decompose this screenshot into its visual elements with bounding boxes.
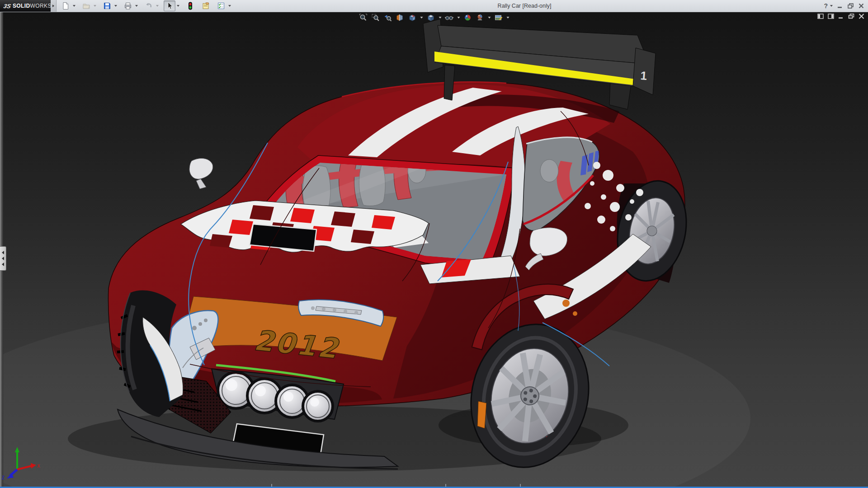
- standard-toolbar: [60, 0, 235, 12]
- file-properties-icon: [202, 2, 210, 10]
- print-button[interactable]: [122, 0, 134, 11]
- brand-mark: 3S: [3, 3, 11, 9]
- feature-panel-expand-tab[interactable]: [0, 246, 6, 271]
- hide-show-items-dropdown[interactable]: [457, 13, 461, 22]
- rebuild-button[interactable]: [184, 0, 196, 11]
- edit-appearance-icon: [464, 14, 472, 22]
- new-document-icon: [61, 2, 70, 10]
- window-title: Rally Car [Read-only]: [498, 0, 552, 12]
- model-canvas[interactable]: 2012: [0, 12, 868, 487]
- undo-icon: [145, 2, 153, 10]
- select-dropdown[interactable]: [175, 1, 181, 11]
- menu-expand-tab[interactable]: [51, 0, 57, 12]
- split-pane-left-button[interactable]: [817, 14, 824, 19]
- document-window-controls: [817, 14, 864, 19]
- save-dropdown[interactable]: [113, 1, 118, 11]
- hide-show-items-button[interactable]: [444, 13, 454, 22]
- minimize-button[interactable]: [837, 3, 843, 9]
- status-bar-grip: [271, 484, 272, 487]
- title-bar: 3S SOLIDWORKS: [0, 0, 868, 12]
- display-style-button[interactable]: [426, 13, 436, 22]
- brand-light: WORKS: [30, 3, 52, 9]
- restore-button[interactable]: [847, 3, 854, 9]
- document-minimize-button[interactable]: [838, 14, 844, 19]
- window-controls: ?: [824, 0, 864, 12]
- section-view-icon: [396, 14, 404, 22]
- brand-bold: SOLID: [13, 3, 30, 9]
- help-button[interactable]: ?: [824, 2, 828, 9]
- view-settings-button[interactable]: [494, 13, 504, 22]
- previous-view-icon: [384, 14, 392, 22]
- apply-scene-button[interactable]: [475, 13, 485, 22]
- open-dropdown[interactable]: [92, 1, 98, 11]
- z-axis-label: Z: [2, 475, 5, 480]
- zoom-to-area-button[interactable]: [371, 13, 381, 22]
- status-bar-grip: [445, 484, 446, 487]
- coordinate-triad[interactable]: X Z: [1, 444, 46, 480]
- view-orientation-icon: [408, 14, 416, 22]
- apply-scene-dropdown[interactable]: [487, 13, 491, 22]
- collapse-arrow-icon: [2, 251, 4, 254]
- open-button[interactable]: [80, 0, 92, 11]
- print-dropdown[interactable]: [134, 1, 139, 11]
- driving-light-4: [303, 391, 333, 421]
- view-settings-icon: [494, 14, 503, 22]
- headsup-view-toolbar: [359, 13, 510, 22]
- apply-scene-icon: [476, 14, 484, 22]
- document-close-button[interactable]: [859, 14, 864, 19]
- view-orientation-button[interactable]: [407, 13, 417, 22]
- help-dropdown[interactable]: [830, 5, 833, 7]
- x-axis-label: X: [37, 464, 40, 469]
- view-settings-dropdown[interactable]: [506, 13, 510, 22]
- zoom-to-fit-icon: [359, 14, 368, 22]
- display-style-icon: [426, 14, 435, 22]
- close-button[interactable]: [858, 3, 864, 9]
- save-button[interactable]: [101, 0, 113, 11]
- section-view-button[interactable]: [395, 13, 405, 22]
- previous-view-button[interactable]: [383, 13, 393, 22]
- select-cursor-icon: [166, 2, 173, 10]
- zoom-to-area-icon: [372, 14, 380, 22]
- select-button[interactable]: [164, 0, 175, 11]
- split-pane-right-button[interactable]: [828, 14, 834, 19]
- document-restore-button[interactable]: [848, 14, 854, 19]
- new-document-dropdown[interactable]: [71, 1, 77, 11]
- options-dropdown[interactable]: [227, 1, 232, 11]
- undo-dropdown[interactable]: [155, 1, 160, 11]
- options-button[interactable]: [215, 0, 227, 11]
- y-axis-arrow: [15, 447, 19, 452]
- view-orientation-label: *Dimetric: [6, 477, 34, 484]
- expand-arrow-icon: [52, 5, 54, 7]
- hide-show-items-icon: [445, 14, 454, 22]
- status-bar-grip: [520, 484, 521, 487]
- new-document-button[interactable]: [60, 0, 71, 11]
- options-checklist-icon: [217, 2, 225, 10]
- rebuild-traffic-light-icon: [186, 2, 194, 10]
- edit-appearance-button[interactable]: [463, 13, 473, 22]
- graphics-viewport[interactable]: 2012: [0, 12, 868, 487]
- x-axis-arrow: [31, 463, 36, 469]
- wing-number: 1: [640, 69, 648, 83]
- file-properties-button[interactable]: [200, 0, 212, 11]
- undo-button[interactable]: [143, 0, 155, 11]
- zoom-to-fit-button[interactable]: [359, 13, 368, 22]
- collapse-arrow-icon: [2, 263, 4, 266]
- orange-canard: [477, 401, 486, 428]
- print-icon: [124, 2, 132, 10]
- solidworks-logo: 3S SOLIDWORKS: [0, 0, 51, 12]
- collapse-arrow-icon: [2, 257, 4, 260]
- save-floppy-icon: [103, 2, 111, 10]
- display-style-dropdown[interactable]: [438, 13, 442, 22]
- open-folder-icon: [82, 2, 90, 10]
- view-orientation-dropdown[interactable]: [420, 13, 424, 22]
